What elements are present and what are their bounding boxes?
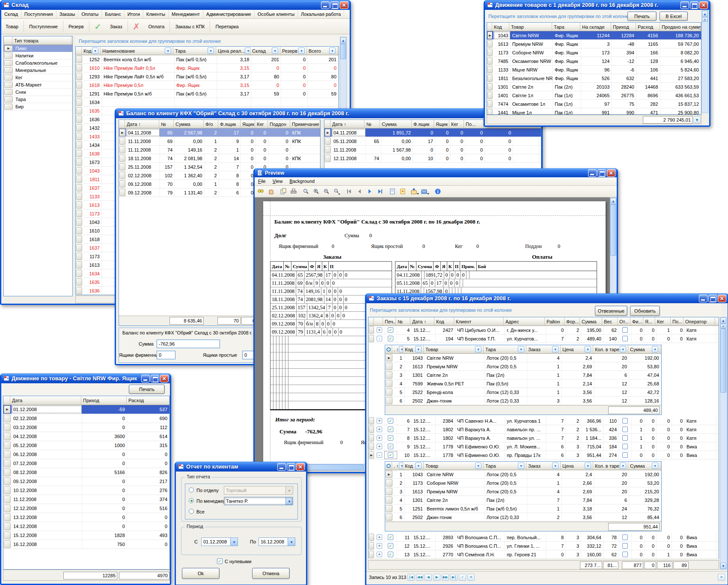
cell[interactable]: 12 [397,542,412,550]
cell[interactable] [251,98,281,106]
cell[interactable]: 160,00 [581,550,603,558]
cell[interactable]: 7 [527,496,562,504]
cell[interactable]: 112 [127,423,169,432]
cell[interactable]: 1133 [493,66,511,74]
cell[interactable]: 11.11.2008 [332,146,366,154]
daily-movement-row[interactable]: 05.12.20081000315 [3,441,169,450]
column-header[interactable]: Сумма [416,262,434,271]
cancel-x-icon[interactable]: ✗ [129,19,144,34]
cell[interactable] [279,401,282,409]
cell[interactable]: 4156 [636,31,660,39]
cell[interactable]: 1636 [83,287,102,295]
cell[interactable] [4,442,11,449]
cell[interactable]: 4 [527,470,562,478]
order-item-row[interactable]: 52522Брендi-колаЛоток (12) 0,3313,561242… [385,388,661,397]
cell[interactable]: 1778 [436,442,455,451]
titlebar-balans[interactable]: Баланс по клиенту КФХ "Обрий" Склад с 30… [116,108,541,118]
column-header[interactable]: Поддон [268,120,290,128]
cell[interactable]: ул. Курчатов... [505,334,546,343]
cell[interactable] [279,369,282,376]
cell[interactable] [325,137,331,145]
column-header[interactable]: К [322,262,329,271]
cell[interactable]: 6 [546,451,566,459]
oplata-button[interactable]: Оплата [144,19,169,34]
cell[interactable] [76,210,82,217]
cell[interactable]: 2502 [404,513,425,521]
cell[interactable]: 1618 [83,81,102,89]
cell[interactable]: Тара [14,96,72,103]
cell[interactable]: 0 [325,279,331,287]
cell[interactable]: 0 [657,417,672,425]
menu-zakazy[interactable]: Заказы [56,10,79,18]
cell[interactable]: 12 [594,388,629,396]
cell[interactable]: павильон пр. ... [505,425,546,433]
cell[interactable]: 97 [581,100,612,108]
cell[interactable]: ▶ [386,471,392,478]
cell[interactable] [276,393,279,401]
cell[interactable]: Лоток (20) 0,5 [485,470,528,478]
column-header[interactable]: № [284,262,291,271]
column-header[interactable]: Печ... [383,317,396,325]
cell[interactable]: 09.12.2008 [12,477,82,486]
cell[interactable]: Світле 2л [425,371,485,379]
cell[interactable]: ▶ [4,45,13,51]
column-header[interactable]: Товар [424,462,484,470]
cell[interactable]: 0 [127,459,169,468]
cell[interactable]: 0 [451,154,465,162]
cell[interactable]: 1 [321,287,327,295]
cell[interactable]: 06.12.2008 [12,450,82,459]
daily-movement-row[interactable]: 03.12.20080112 [3,423,169,432]
cell[interactable] [76,90,82,97]
cell[interactable] [76,81,82,89]
cell[interactable] [279,385,282,393]
column-header[interactable]: Дата [10,396,81,405]
cell[interactable]: 1811 [493,74,511,82]
cell[interactable]: Вика [685,533,716,541]
column-header[interactable]: П [454,262,461,271]
cell[interactable]: 3 [566,550,581,558]
cell[interactable]: 0 [645,542,657,550]
cell[interactable]: 0 [672,434,685,442]
cell[interactable]: 6 [594,496,629,504]
delivered-checkbox[interactable] [622,534,628,540]
cell[interactable]: Напитки [14,52,72,59]
cell[interactable]: 0 [268,146,291,154]
cell[interactable]: Пак (ж/б 0,5л) [175,55,217,63]
movement-row[interactable]: 1613Премiум NRWФир. Ящик3-48116559 767,0… [487,40,701,48]
cell[interactable] [4,53,13,59]
cell[interactable]: 276 [127,486,169,495]
cell[interactable]: 26775 [612,91,636,99]
cell[interactable]: 7 [546,334,566,343]
cell[interactable]: 0 [450,271,455,279]
cell[interactable]: 62 [603,326,619,334]
cell[interactable] [76,150,82,157]
cell[interactable]: 0 [338,287,343,295]
daily-movement-row[interactable]: 08.12.20085166826 [3,468,169,477]
cell[interactable]: 3,15 [217,64,251,72]
cell[interactable]: 0 [241,154,256,162]
cell[interactable]: Пак (2л) [485,496,528,504]
column-header[interactable]: На складе [580,23,611,31]
cell[interactable]: 05.12.2008 [12,441,82,450]
cell[interactable]: 1613 [404,362,425,370]
column-header[interactable]: Всего [307,47,338,55]
cell[interactable]: 15 837,12 [660,100,701,108]
type-row[interactable]: Тара [4,96,72,103]
cell[interactable]: 1000 [82,441,127,450]
cell[interactable]: 0 [308,64,339,72]
cell[interactable]: 0 [82,423,127,432]
balance-payment-row[interactable]: ▶04.11.20081 891,7200000 [324,128,541,137]
cell[interactable]: 2 [527,513,562,521]
cell[interactable]: 25.11.2008 [270,304,297,311]
column-header[interactable]: Кол. в таре [593,345,628,353]
cell[interactable]: 2384 [436,417,455,425]
cell[interactable]: 1301 [493,83,511,91]
cell[interactable]: 0 [430,279,435,287]
cell[interactable]: Безалкогольне NRW [511,74,553,82]
column-header[interactable]: Сумма [291,262,309,271]
cell[interactable]: 274 [603,451,619,459]
cell[interactable]: 3 [566,542,581,550]
cell[interactable]: 11.12.2008 [12,495,82,504]
cell[interactable]: 0 [444,271,450,279]
radio-by-department[interactable] [189,487,194,492]
